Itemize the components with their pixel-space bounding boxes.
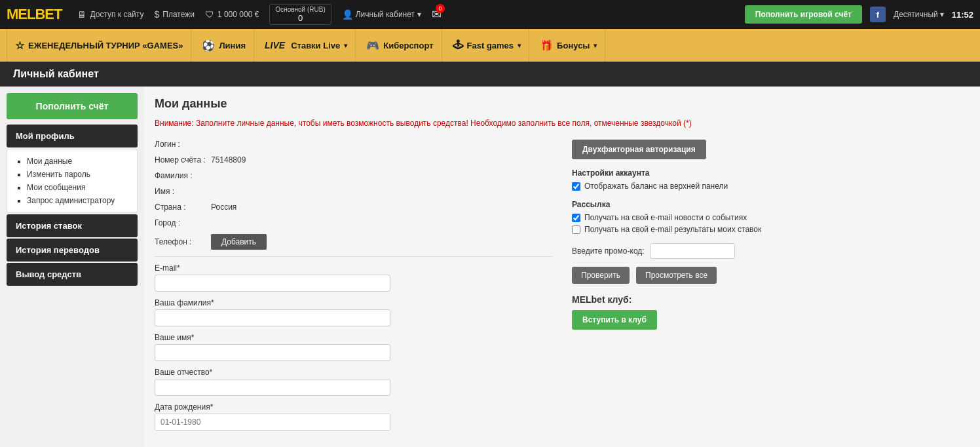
top-bar: MELBET 🖥 Доступ к сайту $ Платежи 🛡 1 00… xyxy=(0,0,980,29)
name-input[interactable] xyxy=(155,344,390,361)
view-all-button[interactable]: Просмотреть все xyxy=(636,267,717,284)
nav-bonusy[interactable]: 🎁 Бонусы ▾ xyxy=(532,29,605,62)
decimal-button[interactable]: Десятичный ▾ xyxy=(894,10,944,19)
payments-label: Платежи xyxy=(162,10,195,19)
name-row: Имя : xyxy=(155,187,552,196)
show-balance-label: Отображать баланс на верхней панели xyxy=(584,182,728,191)
promo-label: Введите промо-код: xyxy=(572,246,645,256)
nav-bar: ☆ ЕЖЕНЕДЕЛЬНЫЙ ТУРНИР «GAMES» ⚽ Линия LI… xyxy=(0,29,980,62)
newsletter-events-checkbox[interactable] xyxy=(572,214,580,222)
email-field-block: E-mail* xyxy=(155,263,552,292)
replenish-account-button[interactable]: Пополнить счёт xyxy=(7,93,138,119)
gift-icon: 🎁 xyxy=(540,39,553,52)
sidebar-item-my-data[interactable]: Мои данные xyxy=(27,155,128,168)
patronymic-input[interactable] xyxy=(155,379,390,396)
account-label: Номер счёта : xyxy=(155,155,207,165)
name-field-label: Ваше имя* xyxy=(155,333,552,342)
sidebar-item-bet-history[interactable]: История ставок xyxy=(7,214,138,237)
sidebar-item-admin-request[interactable]: Запрос администратору xyxy=(27,194,128,207)
form-right: Двухфакторная авторизация Настройки акка… xyxy=(572,140,970,330)
chevron-down-icon: ▾ xyxy=(417,10,421,19)
facebook-icon[interactable]: f xyxy=(870,7,886,22)
cabinet-label: Личный кабинет xyxy=(356,10,415,19)
deposit-top-button[interactable]: Пополнить игровой счёт xyxy=(745,5,862,24)
nav-liniya-label: Линия xyxy=(219,41,246,50)
city-label: Город : xyxy=(155,218,207,227)
nav-liniya[interactable]: ⚽ Линия xyxy=(194,29,254,62)
email-input[interactable] xyxy=(155,275,390,292)
chevron-down-icon: ▾ xyxy=(594,42,597,49)
nav-fast-games[interactable]: 🕹 Fast games ▾ xyxy=(445,29,530,62)
balance-label: Основной (RUB) xyxy=(275,6,325,13)
newsletter-block: Рассылка Получать на свой e-mail новости… xyxy=(572,200,970,234)
newsletter-bets-checkbox[interactable] xyxy=(572,225,580,234)
logo-bet: BET xyxy=(35,6,62,22)
phone-row: Телефон : Добавить xyxy=(155,234,552,250)
chevron-down-icon: ▾ xyxy=(940,10,944,19)
surname-row: Фамилия : xyxy=(155,171,552,180)
chevron-down-icon: ▾ xyxy=(518,42,521,49)
logo[interactable]: MELBET xyxy=(7,6,62,23)
sidebar-item-my-messages[interactable]: Мои сообщения xyxy=(27,181,128,194)
account-value: 75148809 xyxy=(211,155,246,165)
nav-tournament-label: ЕЖЕНЕДЕЛЬНЫЙ ТУРНИР «GAMES» xyxy=(28,41,183,50)
dob-field-block: Дата рождения* xyxy=(155,402,552,431)
email-label: E-mail* xyxy=(155,263,552,273)
settings-title: Настройки аккаунта xyxy=(572,168,970,178)
dob-input[interactable] xyxy=(155,414,390,431)
bonus-item[interactable]: 🛡 1 000 000 € xyxy=(205,9,259,20)
promo-row: Введите промо-код: xyxy=(572,243,970,259)
chevron-down-icon: ▾ xyxy=(344,42,347,49)
login-label: Логин : xyxy=(155,140,207,149)
sidebar-submenu-profile: Мои данные Изменить пароль Мои сообщения… xyxy=(7,149,138,213)
sidebar-item-transfer-history[interactable]: История переводов xyxy=(7,239,138,262)
patronymic-field-block: Ваше отчество* xyxy=(155,368,552,396)
monitor-icon: 🖥 xyxy=(77,9,86,20)
top-bar-items: 🖥 Доступ к сайту $ Платежи 🛡 1 000 000 €… xyxy=(77,4,742,25)
payments-item[interactable]: $ Платежи xyxy=(154,9,194,20)
account-row: Номер счёта : 75148809 xyxy=(155,155,552,165)
club-title: MELbet клуб: xyxy=(572,294,970,305)
sidebar-item-change-password[interactable]: Изменить пароль xyxy=(27,168,128,181)
nav-bonusy-label: Бонусы xyxy=(557,41,590,50)
nav-kibersport[interactable]: 🎮 Киберспорт xyxy=(358,29,442,62)
content-area: Мои данные Внимание: Заполните личные да… xyxy=(144,87,980,447)
nav-kibersport-label: Киберспорт xyxy=(383,41,433,50)
decimal-label: Десятичный xyxy=(894,10,938,19)
sidebar-item-my-profile[interactable]: Мой профиль xyxy=(7,125,138,147)
time-display: 11:52 xyxy=(952,10,973,20)
surname-field-block: Ваша фамилия* xyxy=(155,298,552,326)
fast-games-icon: 🕹 xyxy=(453,39,463,51)
messages-badge: 0 xyxy=(436,4,445,13)
surname-input[interactable] xyxy=(155,309,390,326)
nav-tournament[interactable]: ☆ ЕЖЕНЕДЕЛЬНЫЙ ТУРНИР «GAMES» xyxy=(7,29,191,62)
divider xyxy=(155,256,552,257)
nav-fast-games-label: Fast games xyxy=(467,41,514,50)
surname-label: Фамилия : xyxy=(155,171,207,180)
cabinet-item[interactable]: 👤 Личный кабинет ▾ xyxy=(342,9,421,20)
user-icon: 👤 xyxy=(342,9,353,20)
access-site-item[interactable]: 🖥 Доступ к сайту xyxy=(77,9,143,20)
add-phone-button[interactable]: Добавить xyxy=(211,234,267,250)
country-label: Страна : xyxy=(155,203,207,212)
promo-input[interactable] xyxy=(650,243,735,259)
soccer-icon: ⚽ xyxy=(202,39,215,52)
newsletter-bets-row: Получать на свой e-mail результаты моих … xyxy=(572,225,970,234)
join-club-button[interactable]: Вступить в клуб xyxy=(572,310,657,330)
balance-block: Основной (RUB) 0 xyxy=(269,4,331,25)
bet-history-label: История ставок xyxy=(16,221,82,231)
show-balance-checkbox[interactable] xyxy=(572,182,580,191)
account-settings-block: Настройки аккаунта Отображать баланс на … xyxy=(572,168,970,191)
twofa-button[interactable]: Двухфакторная авторизация xyxy=(572,140,706,159)
sidebar-item-withdrawal[interactable]: Вывод средств xyxy=(7,263,138,286)
bonus-label: 1 000 000 € xyxy=(217,10,259,19)
my-profile-label: Мой профиль xyxy=(16,131,75,141)
nav-live[interactable]: LIVE Ставки Live ▾ xyxy=(257,29,356,62)
check-button[interactable]: Проверить xyxy=(572,267,630,284)
live-badge: LIVE xyxy=(265,40,285,50)
city-row: Город : xyxy=(155,218,552,227)
show-balance-row: Отображать баланс на верхней панели xyxy=(572,182,970,191)
messages-item[interactable]: ✉ 0 xyxy=(432,7,442,22)
promo-buttons: Проверить Просмотреть все xyxy=(572,267,970,284)
content-title: Мои данные xyxy=(155,97,970,111)
